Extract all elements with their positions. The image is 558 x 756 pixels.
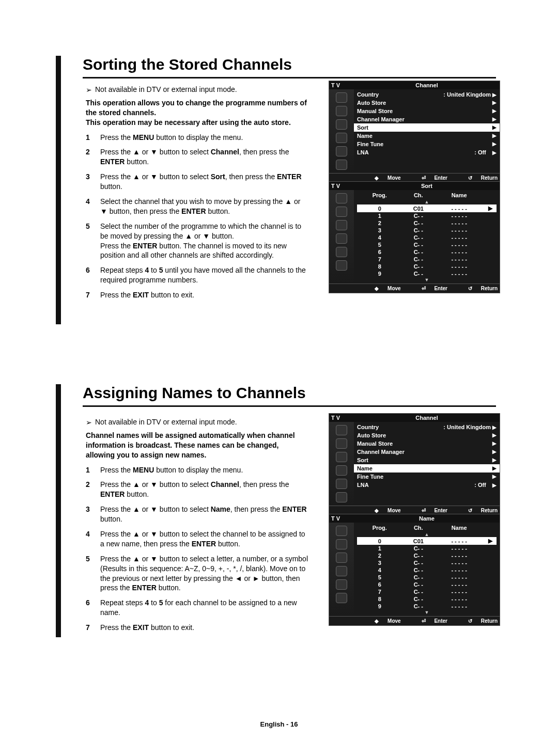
note-icon: ➢ [86, 417, 92, 428]
section-intro: Channel names will be assigned automatic… [86, 431, 309, 460]
step-item: 7Press the EXIT button to exit. [86, 623, 309, 633]
osd-selected-name: Name▶ [354, 464, 500, 472]
osd-selected-sort: Sort▶ [354, 123, 500, 132]
osd-channel-menu-sort: T V Channel Country: United Kingdom ▶ Au… [329, 81, 500, 183]
step-item: 4Press the ▲ or ▼ button to select the c… [86, 529, 309, 549]
note-text: Not available in DTV or external input m… [95, 417, 237, 428]
osd-name-table: T V Name Prog.Ch.Name▲0C01- - - - -▶1C- … [329, 514, 500, 626]
section-accent-bar [56, 384, 61, 637]
step-item: 3Press the ▲ or ▼ button to select Sort,… [86, 172, 309, 192]
step-item: 4Select the channel that you wish to mov… [86, 197, 309, 216]
sorting-steps: 1Press the MENU button to display the me… [86, 133, 309, 300]
step-item: 6Repeat steps 4 to 5 for each channel to… [86, 598, 309, 618]
osd-icon-column [329, 89, 354, 173]
step-item: 1Press the MENU button to display the me… [86, 133, 309, 143]
section-intro: This operation allows you to change the … [86, 98, 309, 128]
osd-hint-move: ◆ Move [360, 175, 400, 181]
section-accent-bar [56, 56, 61, 324]
step-item: 5Press the ▲ or ▼ button to select a let… [86, 554, 309, 593]
section-title-naming: Assigning Names to Channels [83, 384, 496, 405]
step-item: 1Press the MENU button to display the me… [86, 465, 309, 475]
step-item: 7Press the EXIT button to exit. [86, 290, 309, 300]
note-text: Not available in DTV or external input m… [95, 85, 237, 95]
osd-name-grid: Prog.Ch.Name▲0C01- - - - -▶1C- -- - - - … [357, 524, 497, 615]
osd-title: Channel [356, 82, 498, 88]
step-item: 6Repeat steps 4 to 5 until you have move… [86, 265, 309, 285]
naming-steps: 1Press the MENU button to display the me… [86, 465, 309, 633]
step-item: 5Select the number of the programme to w… [86, 222, 309, 261]
osd-hint-return: ↺ Return [461, 175, 498, 181]
page-footer: English - 16 [0, 720, 558, 728]
section-title-sorting: Sorting the Stored Channels [83, 56, 496, 76]
osd-sort-grid: Prog.Ch.Name▲0C01- - - - -▶1C- -- - - - … [357, 191, 497, 282]
step-item: 2Press the ▲ or ▼ button to select Chann… [86, 480, 309, 499]
osd-hint-enter: ⏎ Enter [414, 175, 447, 181]
osd-channel-menu-name: T V Channel Country: United Kingdom ▶ Au… [329, 413, 500, 515]
osd-tv-label: T V [331, 82, 356, 88]
osd-sort-table: T V Sort Prog.Ch.Name▲0C01- - - - -▶1C- … [329, 181, 500, 293]
note-icon: ➢ [86, 85, 92, 95]
step-item: 3Press the ▲ or ▼ button to select Name,… [86, 505, 309, 524]
step-item: 2Press the ▲ or ▼ button to select Chann… [86, 147, 309, 167]
